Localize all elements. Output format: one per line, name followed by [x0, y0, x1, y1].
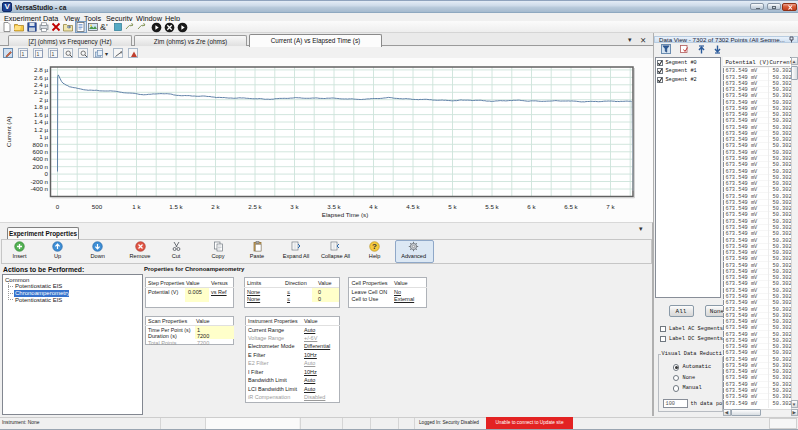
- svg-text:200 n: 200 n: [33, 163, 49, 170]
- svg-text:Elapsed Time (s): Elapsed Time (s): [322, 211, 368, 218]
- svg-text:800 n: 800 n: [33, 141, 49, 148]
- svg-text:7 k: 7 k: [606, 203, 615, 210]
- svg-text:-400 n: -400 n: [30, 185, 48, 192]
- svg-text:2 k: 2 k: [211, 203, 220, 210]
- svg-text:6.5 k: 6.5 k: [564, 203, 578, 210]
- svg-text:0: 0: [56, 203, 60, 210]
- svg-text:1: 1: [51, 51, 54, 57]
- svg-text:5.5 k: 5.5 k: [485, 203, 499, 210]
- svg-text:1.2 µ: 1.2 µ: [34, 126, 48, 133]
- svg-text:1.8 µ: 1.8 µ: [34, 103, 48, 110]
- svg-text:500: 500: [92, 203, 103, 210]
- svg-text:600 n: 600 n: [33, 148, 49, 155]
- svg-text:1 µ: 1 µ: [39, 133, 48, 140]
- svg-text:1: 1: [36, 51, 39, 57]
- svg-text:2.8 µ: 2.8 µ: [34, 66, 48, 73]
- svg-text:&ʹ: &ʹ: [100, 22, 108, 32]
- svg-text:-200 n: -200 n: [30, 178, 48, 185]
- svg-text:?: ?: [372, 242, 377, 251]
- svg-text:2.2 µ: 2.2 µ: [34, 88, 48, 95]
- svg-text:4 k: 4 k: [369, 203, 378, 210]
- svg-text:2.5 k: 2.5 k: [248, 203, 262, 210]
- svg-text:2.6 µ: 2.6 µ: [34, 74, 48, 81]
- svg-text:6 k: 6 k: [527, 203, 536, 210]
- svg-text:1.4 µ: 1.4 µ: [34, 118, 48, 125]
- svg-text:1 k: 1 k: [132, 203, 141, 210]
- svg-text:0: 0: [45, 170, 49, 177]
- svg-text:5 k: 5 k: [448, 203, 457, 210]
- svg-text:3.5 k: 3.5 k: [327, 203, 341, 210]
- svg-text:1: 1: [21, 51, 24, 57]
- svg-text:2.4 µ: 2.4 µ: [34, 81, 48, 88]
- svg-text:Current (A): Current (A): [5, 116, 12, 147]
- svg-text:4.5 k: 4.5 k: [406, 203, 420, 210]
- svg-text:400 n: 400 n: [33, 155, 49, 162]
- svg-text:3 k: 3 k: [290, 203, 299, 210]
- svg-text:1.5 k: 1.5 k: [169, 203, 183, 210]
- svg-text:1.6 µ: 1.6 µ: [34, 111, 48, 118]
- svg-text:2 µ: 2 µ: [39, 96, 48, 103]
